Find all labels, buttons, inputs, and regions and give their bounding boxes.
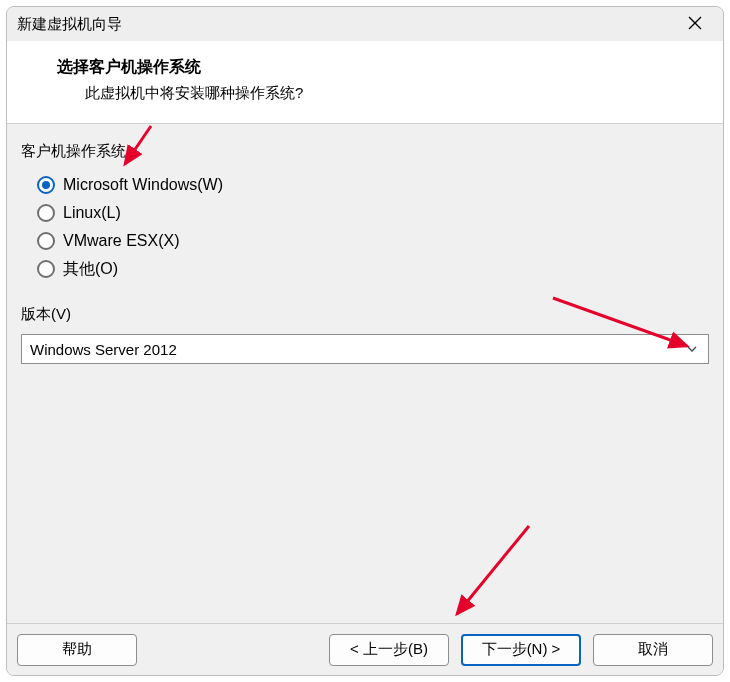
os-option-vmware-esx[interactable]: VMware ESX(X)	[37, 227, 713, 255]
version-dropdown[interactable]: Windows Server 2012	[21, 334, 709, 364]
radio-icon	[37, 232, 55, 250]
wizard-window: 新建虚拟机向导 选择客户机操作系统 此虚拟机中将安装哪种操作系统? 客户机操作系…	[6, 6, 724, 676]
version-selected: Windows Server 2012	[30, 341, 177, 358]
version-label: 版本(V)	[21, 305, 713, 324]
button-label: < 上一步(B)	[350, 640, 428, 659]
wizard-footer: 帮助 < 上一步(B) 下一步(N) > 取消	[7, 623, 723, 675]
close-icon	[688, 16, 702, 33]
radio-icon	[37, 260, 55, 278]
help-button[interactable]: 帮助	[17, 634, 137, 666]
os-option-label: Microsoft Windows(W)	[63, 176, 223, 194]
version-block: 版本(V) Windows Server 2012	[17, 305, 713, 364]
radio-icon	[37, 204, 55, 222]
window-title: 新建虚拟机向导	[17, 15, 122, 34]
header-subtitle: 此虚拟机中将安装哪种操作系统?	[57, 84, 713, 103]
button-label: 帮助	[62, 640, 92, 659]
close-button[interactable]	[675, 10, 715, 38]
next-button[interactable]: 下一步(N) >	[461, 634, 581, 666]
os-option-other[interactable]: 其他(O)	[37, 255, 713, 283]
os-option-label: Linux(L)	[63, 204, 121, 222]
cancel-button[interactable]: 取消	[593, 634, 713, 666]
os-group-label: 客户机操作系统	[21, 142, 713, 161]
titlebar: 新建虚拟机向导	[7, 7, 723, 41]
wizard-body: 客户机操作系统 Microsoft Windows(W) Linux(L) VM…	[7, 124, 723, 623]
header-title: 选择客户机操作系统	[57, 57, 713, 78]
radio-icon	[37, 176, 55, 194]
svg-line-2	[457, 526, 529, 614]
os-option-linux[interactable]: Linux(L)	[37, 199, 713, 227]
button-label: 取消	[638, 640, 668, 659]
wizard-header: 选择客户机操作系统 此虚拟机中将安装哪种操作系统?	[7, 41, 723, 124]
os-option-windows[interactable]: Microsoft Windows(W)	[37, 171, 713, 199]
os-option-label: 其他(O)	[63, 259, 118, 280]
os-radio-list: Microsoft Windows(W) Linux(L) VMware ESX…	[17, 171, 713, 283]
os-option-label: VMware ESX(X)	[63, 232, 179, 250]
chevron-down-icon	[686, 341, 698, 358]
annotation-arrow-icon	[439, 520, 549, 630]
back-button[interactable]: < 上一步(B)	[329, 634, 449, 666]
button-label: 下一步(N) >	[482, 640, 561, 659]
